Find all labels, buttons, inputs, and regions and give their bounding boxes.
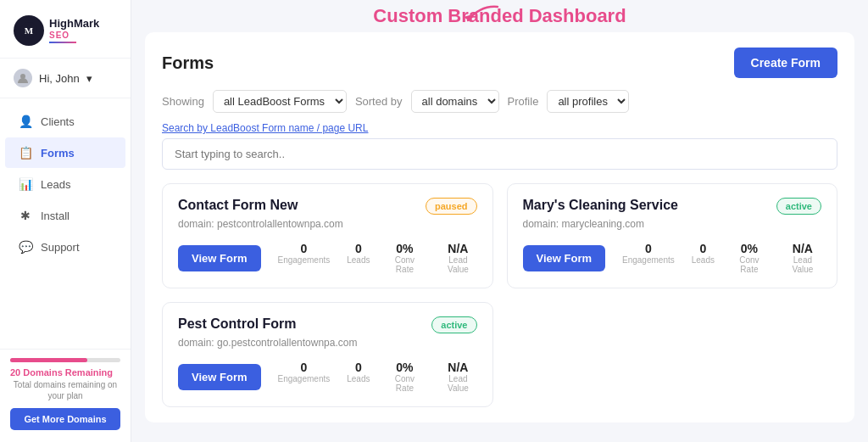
stat-lead-value: N/A Lead Value xyxy=(439,361,476,393)
svg-marker-3 xyxy=(464,14,472,22)
clients-label: Clients xyxy=(41,115,75,128)
content-area: Forms Create Form Showing all LeadBoost … xyxy=(145,32,854,422)
sidebar-item-leads[interactable]: 📊 Leads xyxy=(5,169,125,199)
showing-label: Showing xyxy=(162,95,204,108)
stat-conv-rate: 0% Conv Rate xyxy=(387,242,422,274)
install-icon: ✱ xyxy=(19,209,32,222)
sorted-label: Sorted by xyxy=(355,95,403,108)
profile-label: Profile xyxy=(508,95,539,108)
forms-icon: 📋 xyxy=(19,146,32,159)
support-icon: 💬 xyxy=(19,240,32,254)
form-card-contact-form-new: Contact Form New paused domain: pestcont… xyxy=(162,183,493,288)
stat-engagements: 0 Engagements xyxy=(278,361,331,393)
user-avatar xyxy=(14,69,32,87)
card-title: Pest Control Form xyxy=(178,316,297,332)
support-label: Support xyxy=(41,241,80,254)
card-stats-row: View Form 0 Engagements 0 Leads 0% Conv xyxy=(178,361,477,393)
card-title: Contact Form New xyxy=(178,198,298,213)
forms-label: Forms xyxy=(41,147,75,159)
stat-lead-value: N/A Lead Value xyxy=(784,242,821,274)
sidebar-item-install[interactable]: ✱ Install xyxy=(5,200,125,231)
badge-active: active xyxy=(776,198,821,215)
form-cards-grid: Contact Form New paused domain: pestcont… xyxy=(162,183,837,407)
badge-active: active xyxy=(431,316,476,333)
stat-leads: 0 Leads xyxy=(347,242,370,274)
view-form-button-2[interactable]: View Form xyxy=(523,245,606,271)
page-title: Forms xyxy=(162,53,214,73)
showing-select[interactable]: all LeadBoost Forms xyxy=(213,90,347,113)
greeting-text: Hi, John xyxy=(39,72,80,85)
leads-icon: 📊 xyxy=(19,177,32,191)
card-stats-row: View Form 0 Engagements 0 Leads 0% Conv xyxy=(178,242,477,274)
brand-sub: SEO xyxy=(49,31,99,40)
stat-engagements: 0 Engagements xyxy=(622,242,675,274)
logo-area: M HighMark SEO xyxy=(0,0,131,59)
badge-paused: paused xyxy=(426,198,477,215)
install-label: Install xyxy=(41,210,70,222)
card-header: Mary's Cleaning Service active xyxy=(523,198,822,215)
leads-label: Leads xyxy=(41,178,70,191)
card-header: Pest Control Form active xyxy=(178,316,477,333)
domains-remaining-label: 20 Domains Remaining xyxy=(10,367,120,378)
sidebar-item-clients[interactable]: 👤 Clients xyxy=(5,106,125,137)
get-more-domains-button[interactable]: Get More Domains xyxy=(10,408,120,430)
banner-title: Custom Branded Dashboard xyxy=(373,5,626,26)
clients-icon: 👤 xyxy=(19,115,32,128)
stat-conv-rate: 0% Conv Rate xyxy=(387,361,422,393)
stat-engagements: 0 Engagements xyxy=(278,242,331,274)
card-domain: domain: pestcontrolallentownpa.com xyxy=(178,218,477,230)
logo-icon: M xyxy=(14,15,44,46)
card-header: Contact Form New paused xyxy=(178,198,477,215)
svg-text:M: M xyxy=(25,25,34,36)
stats-group: 0 Engagements 0 Leads 0% Conv Rate N/A xyxy=(622,242,821,274)
sorted-select[interactable]: all domains xyxy=(411,90,499,113)
logo-line xyxy=(49,42,76,43)
search-link[interactable]: Search by LeadBoost Form name / page URL xyxy=(162,122,368,134)
search-input[interactable] xyxy=(162,138,837,170)
filter-row: Showing all LeadBoost Forms Sorted by al… xyxy=(162,90,837,113)
stat-leads: 0 Leads xyxy=(692,242,715,274)
sidebar-item-forms[interactable]: 📋 Forms xyxy=(5,137,125,168)
card-title: Mary's Cleaning Service xyxy=(523,198,678,213)
content-header: Forms Create Form xyxy=(162,48,837,78)
stats-group: 0 Engagements 0 Leads 0% Conv Rate N/A xyxy=(278,361,477,393)
stat-leads: 0 Leads xyxy=(347,361,370,393)
view-form-button-3[interactable]: View Form xyxy=(178,364,261,390)
form-card-marys-cleaning: Mary's Cleaning Service active domain: m… xyxy=(507,183,838,288)
main-content: Custom Branded Dashboard Forms Create Fo… xyxy=(131,0,868,442)
domains-progress-bar-fill xyxy=(10,358,87,362)
view-form-button-1[interactable]: View Form xyxy=(178,245,261,271)
domains-remaining-sub: Total domains remaining on your plan xyxy=(10,379,120,401)
brand-name: HighMark xyxy=(49,18,99,30)
create-form-button[interactable]: Create Form xyxy=(734,48,837,78)
stats-group: 0 Engagements 0 Leads 0% Conv Rate N/A xyxy=(278,242,477,274)
card-stats-row: View Form 0 Engagements 0 Leads 0% Conv xyxy=(523,242,822,274)
sidebar-footer: 20 Domains Remaining Total domains remai… xyxy=(0,349,131,442)
stat-conv-rate: 0% Conv Rate xyxy=(732,242,767,274)
sidebar-item-support[interactable]: 💬 Support xyxy=(5,232,125,262)
form-card-pest-control: Pest Control Form active domain: go.pest… xyxy=(162,302,493,407)
dropdown-arrow: ▾ xyxy=(86,72,92,85)
user-greeting[interactable]: Hi, John ▾ xyxy=(0,59,131,98)
profile-select[interactable]: all profiles xyxy=(547,90,629,113)
card-domain: domain: marycleaning.com xyxy=(523,218,822,230)
domains-progress-bar-bg xyxy=(10,358,120,362)
sidebar: M HighMark SEO Hi, John ▾ 👤 Clients 📋 Fo… xyxy=(0,0,131,442)
banner: Custom Branded Dashboard xyxy=(131,0,868,31)
card-domain: domain: go.pestcontrolallentownpa.com xyxy=(178,337,477,349)
stat-lead-value: N/A Lead Value xyxy=(439,242,476,274)
nav-menu: 👤 Clients 📋 Forms 📊 Leads ✱ Install 💬 Su… xyxy=(0,98,131,349)
